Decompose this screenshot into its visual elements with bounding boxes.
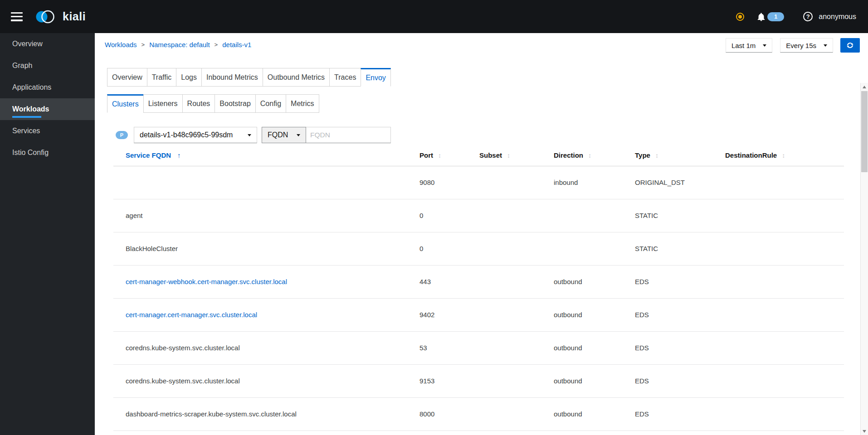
username[interactable]: anonymous — [819, 13, 856, 21]
column-label: Service FQDN — [126, 151, 171, 159]
istio-status-icon[interactable] — [736, 13, 744, 21]
cell-direction: outbound — [554, 397, 635, 430]
tab-traffic[interactable]: Traffic — [147, 68, 177, 87]
cell-destinationrule — [725, 331, 844, 364]
tab-outbound-metrics[interactable]: Outbound Metrics — [263, 68, 330, 87]
filter-type-value: FQDN — [268, 131, 288, 139]
tab-logs[interactable]: Logs — [176, 68, 202, 87]
tab-envoy[interactable]: Envoy — [361, 68, 390, 87]
column-header-direction[interactable]: Direction↕ — [554, 145, 635, 166]
sidebar-item-label: Applications — [12, 83, 51, 92]
kiali-brand[interactable]: kiali — [35, 9, 86, 25]
table-header-row: Service FQDN↑Port↕Subset↕Direction↕Type↕… — [113, 145, 844, 166]
sidebar-item-istio-config[interactable]: Istio Config — [0, 142, 95, 164]
service-fqdn-link[interactable]: cert-manager.cert-manager.svc.cluster.lo… — [126, 311, 257, 319]
cell-service-fqdn: coredns.kube-system.svc.cluster.local — [113, 331, 419, 364]
vertical-scrollbar[interactable] — [860, 83, 868, 435]
table-row: 9080inboundORIGINAL_DST — [113, 166, 844, 199]
sort-icon[interactable]: ↕ — [782, 152, 785, 159]
cell-type: EDS — [635, 265, 725, 298]
subtab-config[interactable]: Config — [255, 94, 286, 113]
duration-value: Last 1m — [731, 42, 756, 49]
subtab-routes[interactable]: Routes — [182, 94, 215, 113]
cell-direction: outbound — [554, 364, 635, 397]
sidebar-item-applications[interactable]: Applications — [0, 77, 95, 98]
pod-badge: P — [116, 131, 128, 139]
cell-subset — [479, 265, 554, 298]
time-toolbar: Last 1m Every 15s — [726, 38, 860, 53]
sort-icon[interactable]: ↕ — [507, 152, 510, 159]
cell-service-fqdn: BlackHoleCluster — [113, 232, 419, 265]
chevron-down-icon — [248, 134, 251, 136]
cell-destinationrule — [725, 232, 844, 265]
cell-type: EDS — [635, 364, 725, 397]
notification-count-badge: 1 — [767, 12, 784, 21]
sort-ascending-icon[interactable]: ↑ — [177, 151, 181, 159]
column-header-port[interactable]: Port↕ — [419, 145, 479, 166]
cell-service-fqdn: coredns.kube-system.svc.cluster.local — [113, 364, 419, 397]
notifications-control[interactable]: 1 — [757, 12, 784, 21]
cell-destinationrule — [725, 166, 844, 199]
column-header-destinationrule[interactable]: DestinationRule↕ — [725, 145, 844, 166]
cell-direction: outbound — [554, 298, 635, 331]
cell-port: 0 — [419, 199, 479, 232]
cell-type: STATIC — [635, 232, 725, 265]
breadcrumb-link-namespace:-default[interactable]: Namespace: default — [149, 41, 210, 48]
duration-dropdown[interactable]: Last 1m — [726, 38, 772, 53]
refresh-button[interactable] — [840, 38, 860, 53]
subtab-bootstrap[interactable]: Bootstrap — [215, 94, 255, 113]
scrollbar-thumb[interactable] — [861, 91, 868, 172]
sidebar-item-overview[interactable]: Overview — [0, 33, 95, 55]
cell-port: 443 — [419, 265, 479, 298]
pod-dropdown-value: details-v1-b48c969c5-99sdm — [140, 131, 233, 139]
cell-direction — [554, 232, 635, 265]
sidebar-nav: OverviewGraphApplicationsWorkloadsServic… — [0, 33, 95, 435]
chevron-down-icon — [297, 134, 300, 136]
column-header-type[interactable]: Type↕ — [635, 145, 725, 166]
breadcrumb-separator: > — [215, 41, 218, 48]
cell-subset — [479, 199, 554, 232]
sidebar-item-services[interactable]: Services — [0, 120, 95, 142]
clusters-table-body: 9080inboundORIGINAL_DSTagent0STATICBlack… — [113, 166, 844, 430]
service-fqdn-link[interactable]: cert-manager-webhook.cert-manager.svc.cl… — [126, 278, 287, 285]
subtab-listeners[interactable]: Listeners — [143, 94, 183, 113]
sidebar-item-label: Workloads — [12, 105, 49, 113]
sort-icon[interactable]: ↕ — [438, 152, 441, 159]
column-header-subset[interactable]: Subset↕ — [479, 145, 554, 166]
table-row: coredns.kube-system.svc.cluster.local915… — [113, 364, 844, 397]
hamburger-icon — [11, 12, 23, 14]
cell-port: 9080 — [419, 166, 479, 199]
cell-port: 9153 — [419, 364, 479, 397]
filter-type-dropdown[interactable]: FQDN — [262, 127, 306, 143]
menu-toggle-button[interactable] — [11, 12, 23, 21]
main-tabs: OverviewTrafficLogsInbound MetricsOutbou… — [107, 68, 391, 87]
cell-subset — [479, 397, 554, 430]
refresh-interval-dropdown[interactable]: Every 15s — [780, 38, 833, 53]
sidebar-item-workloads[interactable]: Workloads — [0, 98, 95, 120]
breadcrumb-link-details-v1[interactable]: details-v1 — [222, 41, 251, 48]
cell-type: EDS — [635, 331, 725, 364]
subtab-clusters[interactable]: Clusters — [107, 94, 144, 113]
sort-icon[interactable]: ↕ — [655, 152, 658, 159]
cell-direction — [554, 199, 635, 232]
help-icon[interactable]: ? — [803, 12, 813, 21]
scroll-up-arrow[interactable] — [861, 83, 868, 91]
tab-overview[interactable]: Overview — [107, 68, 147, 87]
table-row: dashboard-metrics-scraper.kube-system.sv… — [113, 397, 844, 430]
tab-inbound-metrics[interactable]: Inbound Metrics — [201, 68, 263, 87]
fqdn-filter-input[interactable] — [306, 127, 391, 143]
sidebar-item-graph[interactable]: Graph — [0, 55, 95, 77]
sort-icon[interactable]: ↕ — [588, 152, 591, 159]
clusters-table: Service FQDN↑Port↕Subset↕Direction↕Type↕… — [113, 145, 844, 431]
scroll-down-arrow[interactable] — [861, 427, 868, 435]
breadcrumb-link-workloads[interactable]: Workloads — [105, 41, 137, 48]
cell-subset — [479, 298, 554, 331]
column-header-service-fqdn[interactable]: Service FQDN↑ — [113, 145, 419, 166]
column-label: Direction — [554, 151, 583, 159]
sidebar-item-label: Services — [12, 127, 40, 135]
filter-toolbar: P details-v1-b48c969c5-99sdm FQDN — [116, 127, 844, 143]
subtab-metrics[interactable]: Metrics — [286, 94, 319, 113]
cell-type: STATIC — [635, 199, 725, 232]
pod-dropdown[interactable]: details-v1-b48c969c5-99sdm — [134, 127, 257, 143]
tab-traces[interactable]: Traces — [329, 68, 361, 87]
